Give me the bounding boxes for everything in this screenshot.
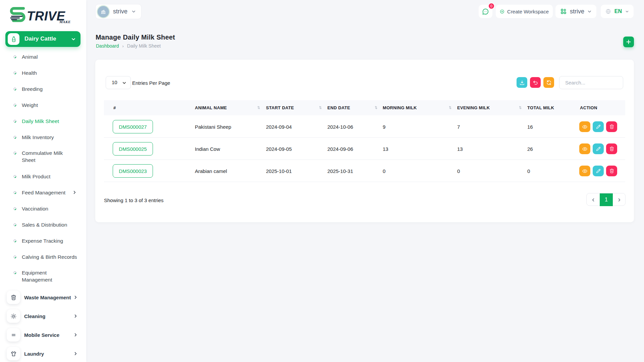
svg-text:MAKE: MAKE <box>59 20 71 24</box>
